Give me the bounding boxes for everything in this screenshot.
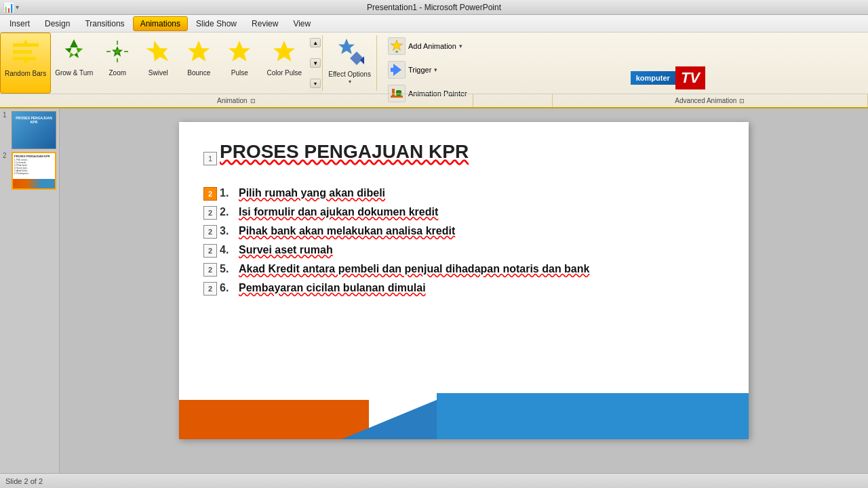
anim-color-pulse[interactable]: Color Pulse [260,33,309,94]
svg-marker-29 [179,400,369,439]
anim-grow-turn[interactable]: Grow & Turn [51,33,97,94]
list-num-2: 2. [220,206,239,218]
list-num-1: 1. [220,187,239,199]
slide-panel: 1 PROSES PENGAJUAN KPR 2 PROSES PENGAJUA… [0,108,60,473]
list-item-1: 2 1. Pilih rumah yang akan dibeli [203,187,724,201]
menu-review[interactable]: Review [245,17,285,30]
badge-3: 2 [203,225,217,239]
zoom-icon [101,35,134,68]
content-area: 1 PROSES PENGAJUAN KPR 2 1. Pilih rumah … [60,108,868,473]
advanced-animation-section: + Add Animation ▾ Trigger ▾ [377,33,513,94]
svg-rect-1 [13,50,32,54]
anim-random-bars[interactable]: Random Bars [0,33,51,94]
trigger-chevron: ▾ [434,66,437,73]
scroll-up-arrow[interactable]: ▲ [310,38,321,47]
slide-title-row: 1 PROSES PENGAJUAN KPR [203,141,724,176]
trigger-label: Trigger [408,66,431,74]
slide-2-number: 2 [3,152,9,159]
menu-design[interactable]: Design [38,17,77,30]
pulse-icon [223,35,256,68]
zoom-label: Zoom [109,69,127,77]
random-bars-icon [9,36,42,68]
slide-content: 1 PROSES PENGAJUAN KPR 2 1. Pilih rumah … [179,122,749,314]
anim-bounce[interactable]: Bounce [178,33,219,94]
slide-canvas: 1 PROSES PENGAJUAN KPR 2 1. Pilih rumah … [179,122,749,439]
list-item-3: 2 3. Pihak bank akan melakukan analisa k… [203,225,724,239]
svg-marker-5 [70,39,78,47]
thumb2-content: PROSES PENGAJUAN KPR 1. Pilih rumah... 2… [13,153,55,179]
menu-view[interactable]: View [286,17,317,30]
svg-rect-31 [437,393,749,439]
list-num-6: 6. [220,282,239,294]
list-text-2: Isi formulir dan ajukan dokumen kredit [239,206,438,218]
anim-zoom[interactable]: Zoom [97,33,138,94]
badge-5: 2 [203,263,217,277]
grow-turn-label: Grow & Turn [55,69,93,77]
title-bar: 📊 ▾ Presentation1 - Microsoft PowerPoint [0,0,868,15]
svg-marker-3 [22,39,29,46]
list-text-1: Pilih rumah yang akan dibeli [239,187,385,199]
svg-rect-21 [350,52,363,65]
list-item-2: 2 2. Isi formulir dan ajukan dokumen kre… [203,206,724,220]
svg-marker-17 [188,41,210,61]
slide-list: 2 1. Pilih rumah yang akan dibeli 2 2. I… [203,187,724,296]
slide-number-1-badge: 1 [203,152,217,165]
grow-turn-icon [58,35,90,68]
effect-options-section-label [473,94,553,107]
menu-animations[interactable]: Animations [133,16,188,31]
slide-2-container: 2 PROSES PENGAJUAN KPR 1. Pilih rumah...… [3,152,56,190]
list-num-4: 4. [220,244,239,256]
add-animation-btn[interactable]: + Add Animation ▾ [384,35,506,57]
main-area: 1 PROSES PENGAJUAN KPR 2 PROSES PENGAJUA… [0,108,868,473]
slide-title: PROSES PENGAJUAN KPR [220,141,469,163]
slide-thumb-2[interactable]: PROSES PENGAJUAN KPR 1. Pilih rumah... 2… [12,152,56,190]
slide-bottom-decoration [179,393,749,439]
svg-marker-25 [391,64,401,76]
add-animation-label: Add Animation [408,42,456,50]
window-title: Presentation1 - Microsoft PowerPoint [367,3,501,12]
random-bars-label: Random Bars [5,70,46,78]
swivel-icon [142,35,174,68]
list-item-6: 2 6. Pembayaran cicilan bulanan dimulai [203,282,724,296]
svg-marker-8 [68,52,75,59]
list-num-3: 3. [220,225,239,237]
effect-options-icon [332,35,368,70]
menu-insert[interactable]: Insert [3,17,37,30]
add-animation-icon: + [388,37,406,55]
bounce-label: Bounce [187,69,210,77]
list-item-4: 2 4. Survei aset rumah [203,244,724,258]
svg-marker-7 [74,52,81,59]
anim-pulse[interactable]: Pulse [219,33,260,94]
trigger-btn[interactable]: Trigger ▾ [384,59,506,81]
svg-marker-19 [273,41,295,61]
slide-thumb-1[interactable]: PROSES PENGAJUAN KPR [12,111,56,149]
effect-options-chevron: ▾ [349,79,351,85]
anim-swivel[interactable]: Swivel [138,33,178,94]
badge-1: 2 [203,187,217,201]
status-bar: Slide 2 of 2 [0,473,868,488]
slide-status: Slide 2 of 2 [5,477,43,485]
svg-text:+: + [395,49,399,54]
trigger-icon [388,61,406,79]
animation-scroll: ▲ ▼ ▾ [309,33,322,94]
komputer-text: komputer [631,71,675,85]
advanced-expand-icon[interactable]: ⊡ [739,98,745,104]
scroll-more-arrow[interactable]: ▾ [310,79,321,88]
ribbon: Random Bars Grow & Turn [0,33,868,108]
slide-1-number: 1 [3,111,9,119]
effect-options-label: Effect Options [328,70,371,79]
quick-access-toolbar: 📊 ▾ [3,2,19,13]
scroll-down-arrow[interactable]: ▼ [310,58,321,68]
slide-1-container: 1 PROSES PENGAJUAN KPR [3,111,56,149]
thumb1-content: PROSES PENGAJUAN KPR [12,112,56,126]
animation-expand-icon[interactable]: ⊡ [250,98,256,104]
color-pulse-icon [268,35,300,68]
color-pulse-label: Color Pulse [267,69,302,77]
pulse-label: Pulse [231,69,248,77]
thumb2-bottom [13,179,55,188]
menu-transitions[interactable]: Transitions [78,17,131,30]
svg-marker-16 [144,41,172,61]
effect-options-btn[interactable]: Effect Options ▾ [323,33,376,94]
list-text-3: Pihak bank akan melakukan analisa kredit [239,225,455,237]
menu-slideshow[interactable]: Slide Show [189,17,243,30]
